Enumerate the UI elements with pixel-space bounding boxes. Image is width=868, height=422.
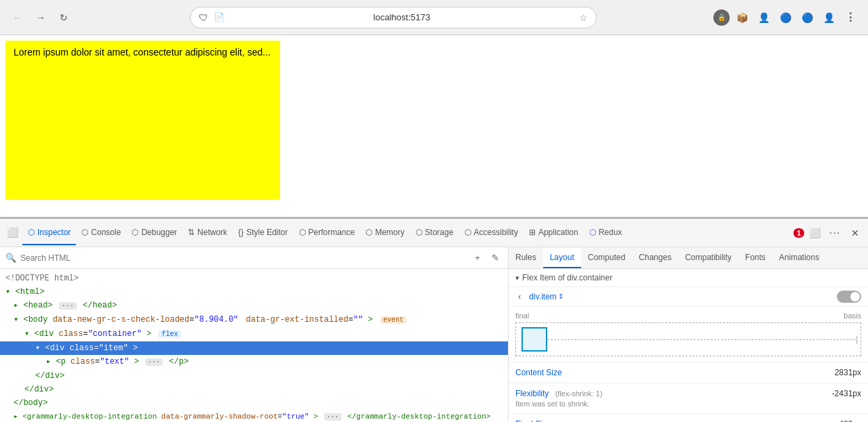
right-panel-tabs: Rules Layout Computed Changes Compatibil… [509,247,868,269]
flex-diagram: final basis | [509,306,868,362]
network-label: Network [197,228,227,237]
add-node-button[interactable]: + [470,251,485,266]
layout-nav-title[interactable]: div.item ⇕ [529,292,563,301]
tree-line-head[interactable]: ▸ <head> ··· </head> [0,299,508,313]
layout-nav: ‹ div.item ⇕ [509,287,868,306]
tree-line-doctype[interactable]: <!DOCTYPE html> [0,272,508,285]
tree-line-html[interactable]: ▾ <html> [0,285,508,299]
tab-fonts[interactable]: Fonts [738,248,772,268]
extension-btn-4[interactable]: 🔵 [776,8,795,27]
pick-element-icon: ⬜ [7,227,18,238]
flex-arrow-line [547,339,856,340]
inspector-tab[interactable]: ⬡ Inspector [22,221,76,245]
final-size-row: Final Size 400px [515,419,861,422]
application-icon: ⊞ [529,228,536,237]
console-icon: ⬡ [81,228,88,237]
accessibility-icon: ⬡ [465,228,471,237]
tab-changes-label: Changes [639,253,671,262]
back-button[interactable]: ← [8,8,27,27]
edit-html-button[interactable]: ✎ [488,251,502,266]
application-tab[interactable]: ⊞ Application [524,221,584,245]
more-tools-button[interactable]: ··· [825,223,845,243]
debugger-tab[interactable]: ⬡ Debugger [126,221,182,245]
performance-tab[interactable]: ⬡ Performance [294,221,361,245]
style-editor-tab[interactable]: {} Style Editor [233,221,293,245]
memory-icon: ⬡ [366,228,372,237]
html-search-bar: 🔍 + ✎ [0,247,508,269]
security-shield-icon: 🛡 [199,12,208,23]
nav-title-arrow: ⇕ [558,293,564,300]
performance-label: Performance [309,228,355,237]
html-search-input[interactable] [20,253,466,263]
devtools-toolbar: ⬜ ⬡ Inspector ⬡ Console ⬡ Debugger ⇅ Net… [0,219,868,247]
refresh-button[interactable]: ↻ [54,8,73,27]
url-bar[interactable]: 🛡 📄 localhost:5173 ☆ [190,7,597,28]
html-search-actions: + ✎ [470,251,502,266]
tree-line-div-close2[interactable]: </div> [0,383,508,396]
right-panel-content: ▾ Flex Item of div.container ‹ div.item … [509,269,868,422]
accessibility-label: Accessibility [474,228,518,237]
tab-compatibility[interactable]: Compatibility [678,248,738,268]
content-size-label: Content Size [515,368,562,377]
tab-rules[interactable]: Rules [509,248,543,268]
extension-btn-2[interactable]: 📦 [732,8,751,27]
accessibility-tab[interactable]: ⬡ Accessibility [459,221,524,245]
memory-label: Memory [375,228,404,237]
redux-tab[interactable]: ⬡ Redux [584,221,628,245]
tab-rules-label: Rules [515,253,536,262]
nav-prev-button[interactable]: ‹ [515,290,524,303]
content-size-value: 2831px [835,368,861,377]
tree-line-grammarly[interactable]: ▸ <grammarly-desktop-integration data-gr… [0,410,508,422]
tab-layout[interactable]: Layout [543,248,581,268]
extension-btn-6[interactable]: 👤 [819,8,838,27]
flex-diagram-labels: final basis [515,312,861,320]
close-devtools-button[interactable]: ✕ [845,223,865,243]
yellow-box: Lorem ipsum dolor sit amet, consectetur … [5,41,280,200]
console-tab[interactable]: ⬡ Console [76,221,126,245]
html-panel: 🔍 + ✎ <!DOCTYPE html> ▾ <html> ▸ <head> … [0,247,509,422]
browser-actions: 🔒 📦 👤 🔵 🔵 👤 ⋮ [713,8,860,27]
url-text: localhost:5173 [230,12,574,22]
extension-btn-1[interactable]: 🔒 [713,9,730,26]
html-tree: <!DOCTYPE html> ▾ <html> ▸ <head> ··· </… [0,269,508,422]
tab-changes[interactable]: Changes [632,248,678,268]
flexibility-desc: Item was set to shrink. [515,400,861,408]
flex-item-visual [521,327,547,352]
forward-button[interactable]: → [31,8,50,27]
flexibility-sub: (flex-shrink: 1) [555,389,603,398]
tab-animations[interactable]: Animations [772,248,826,268]
search-icon: 🔍 [5,253,16,263]
right-panel: Rules Layout Computed Changes Compatibil… [509,247,868,422]
bookmark-icon[interactable]: ☆ [579,12,588,23]
flex-item-header: ▾ Flex Item of div.container [509,269,868,287]
storage-tab[interactable]: ⬡ Storage [410,221,459,245]
style-editor-icon: {} [238,228,243,237]
final-size-prop: Final Size 400px [509,414,868,422]
diagram-label-left: final [515,312,529,320]
tree-line-body-close[interactable]: </body> [0,396,508,410]
tab-layout-label: Layout [550,253,574,262]
extension-btn-3[interactable]: 👤 [754,8,773,27]
tree-line-div-container[interactable]: ▾ <div class="container" > flex [0,327,508,341]
nav-buttons: ← → ↻ [8,8,73,27]
debugger-label: Debugger [141,228,177,237]
tab-computed[interactable]: Computed [581,248,632,268]
devtools: ⬜ ⬡ Inspector ⬡ Console ⬡ Debugger ⇅ Net… [0,217,868,422]
debugger-icon: ⬡ [132,228,138,237]
content-area: Lorem ipsum dolor sit amet, consectetur … [0,41,868,217]
layout-toggle[interactable] [837,291,861,303]
inspector-icon: ⬡ [28,228,35,237]
tree-line-p[interactable]: ▸ <p class="text" > ··· </p> [0,355,508,369]
network-tab[interactable]: ⇅ Network [182,221,233,245]
redux-label: Redux [599,228,623,237]
extension-btn-5[interactable]: 🔵 [797,8,816,27]
inspector-label: Inspector [37,228,71,237]
menu-button[interactable]: ⋮ [841,8,860,27]
memory-tab[interactable]: ⬡ Memory [360,221,410,245]
tree-line-div-close1[interactable]: </div> [0,369,508,383]
responsive-design-button[interactable]: ⬜ [804,223,825,243]
tree-line-body[interactable]: ▾ <body data-new-gr-c-s-check-loaded="8.… [0,313,508,327]
tree-line-div-item[interactable]: ▾ <div class="item" > [0,341,508,355]
pick-element-button[interactable]: ⬜ [3,221,22,245]
error-badge: 1 [793,228,804,238]
